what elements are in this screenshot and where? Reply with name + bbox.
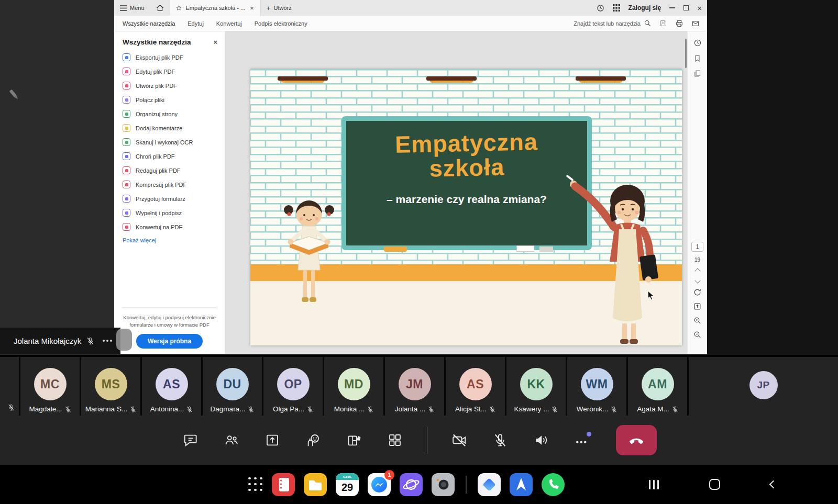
print-icon[interactable] — [675, 19, 683, 28]
participant-tile[interactable]: MC Magdale... — [20, 357, 80, 416]
participant-tile[interactable]: WM Weronik... — [567, 357, 626, 416]
camera-off-button[interactable] — [450, 431, 468, 449]
minimize-button[interactable] — [669, 7, 675, 8]
mic-off-icon — [492, 432, 508, 448]
tools-panel-close-button[interactable]: × — [213, 38, 217, 46]
tool-item[interactable]: Organizuj strony — [123, 110, 225, 118]
zoom-in-icon[interactable] — [693, 316, 702, 325]
navigation-app-icon[interactable] — [510, 473, 533, 496]
reactions-button[interactable] — [304, 431, 322, 449]
close-button[interactable]: × — [697, 4, 702, 12]
camera-app-icon[interactable] — [432, 473, 455, 496]
tool-item[interactable]: Dodaj komentarze — [123, 124, 225, 132]
participant-tile[interactable]: MS Marianna S... — [81, 357, 140, 416]
chat-button[interactable] — [182, 431, 200, 449]
mic-off-icon — [671, 406, 679, 413]
document-scrollbar[interactable] — [685, 39, 687, 68]
participant-initials: DU — [223, 377, 241, 391]
tab-esign[interactable]: Podpis elektroniczny — [255, 17, 307, 30]
active-speaker-name: Jolanta Mikołajczyk — [14, 337, 81, 345]
tool-item[interactable]: Skanuj i wykonaj OCR — [123, 138, 225, 146]
tool-item[interactable]: Wypełnij i podpisz — [123, 209, 225, 217]
refresh-icon[interactable] — [693, 288, 702, 297]
tool-icon — [123, 195, 130, 203]
menu-button[interactable]: Menu — [114, 0, 150, 16]
home-tab[interactable] — [150, 0, 170, 16]
gallery-view-button[interactable] — [386, 431, 404, 449]
find-tools-button[interactable]: Znajdź tekst lub narzędzia — [574, 19, 652, 27]
participant-tile[interactable]: JM Jolanta ... — [385, 357, 444, 416]
share-screen-button[interactable] — [263, 431, 281, 449]
previous-page-button[interactable] — [694, 268, 700, 274]
participant-initials: KK — [527, 377, 545, 391]
thumbnails-panel-icon[interactable] — [693, 70, 701, 77]
participant-tile[interactable]: DU Dagmara... — [203, 357, 262, 416]
tool-item[interactable]: Edytuj plik PDF — [123, 68, 225, 75]
participant-tile[interactable]: AM Agata M... — [628, 357, 687, 416]
tool-item[interactable]: Kompresuj plik PDF — [123, 181, 225, 188]
maximize-button[interactable] — [683, 5, 689, 10]
annotation-pencil-icon[interactable] — [7, 88, 21, 102]
tool-label: Skanuj i wykonaj OCR — [136, 139, 193, 145]
tool-item[interactable]: Redaguj plik PDF — [123, 166, 225, 174]
back-button[interactable] — [769, 480, 778, 489]
speaker-button[interactable] — [532, 431, 550, 449]
tab-edit[interactable]: Edytuj — [188, 17, 204, 30]
history-icon[interactable] — [597, 4, 604, 12]
drag-handle[interactable] — [116, 329, 132, 351]
export-page-icon[interactable] — [693, 302, 702, 311]
messenger-app-icon[interactable]: 1 — [368, 473, 391, 496]
sign-in-button[interactable]: Zaloguj się — [629, 4, 661, 12]
participant-tile[interactable]: KK Ksawery ... — [506, 357, 566, 416]
breakout-rooms-button[interactable] — [345, 431, 363, 449]
notes-app-icon[interactable] — [272, 473, 295, 496]
participant-tile[interactable]: MD Monika ... — [324, 357, 383, 416]
apps-grid-icon[interactable] — [613, 4, 620, 12]
mic-off-button[interactable] — [491, 431, 509, 449]
find-label: Znajdź tekst lub narzędzia — [574, 20, 641, 27]
browser-app-icon[interactable] — [400, 473, 423, 496]
recent-panel-icon[interactable] — [693, 39, 702, 47]
tab-close-button[interactable]: × — [249, 4, 255, 12]
participant-tile-partial[interactable] — [0, 357, 19, 416]
people-button[interactable] — [223, 431, 240, 449]
tool-item[interactable]: Połącz pliki — [123, 96, 225, 104]
document-tab[interactable]: Empatyczna szkoła - ... × — [170, 0, 261, 16]
save-icon[interactable] — [659, 19, 667, 27]
files-app-icon[interactable] — [304, 473, 327, 496]
raise-hand-icon — [305, 432, 321, 448]
home-button[interactable] — [709, 479, 720, 490]
tool-item[interactable]: Przygotuj formularz — [123, 195, 225, 203]
show-more-link[interactable]: Pokaż więcej — [123, 237, 156, 243]
new-tab-button[interactable]: + Utwórz — [261, 0, 297, 16]
speaker-more-options-button[interactable] — [103, 340, 112, 342]
tool-item[interactable]: Konwertuj na PDF — [123, 223, 225, 231]
calendar-app-icon[interactable]: czw. 29 — [336, 473, 359, 496]
tool-item[interactable]: Utwórz plik PDF — [123, 82, 225, 89]
tool-item[interactable]: Eksportuj plik PDF — [123, 53, 225, 61]
mic-off-icon — [306, 406, 314, 413]
recents-button[interactable] — [649, 480, 659, 489]
participant-tile[interactable]: OP Olga Pa... — [263, 357, 323, 416]
whatsapp-app-icon[interactable] — [542, 473, 565, 496]
trial-version-button[interactable]: Wersja próbna — [136, 334, 203, 349]
hang-up-button[interactable] — [616, 425, 657, 455]
avatar: MD — [338, 368, 370, 400]
document-area[interactable]: Empatyczna szkoła – marzenie czy realna … — [225, 31, 687, 354]
tab-convert[interactable]: Konwertuj — [216, 17, 242, 30]
bookmarks-panel-icon[interactable] — [693, 54, 701, 62]
participant-tile[interactable]: JP — [689, 357, 838, 416]
controls-divider — [427, 427, 427, 454]
more-options-button[interactable] — [573, 431, 591, 449]
participant-tile[interactable]: AS Alicja St... — [446, 357, 505, 416]
participant-tile[interactable]: AS Antonina... — [142, 357, 201, 416]
tool-item[interactable]: Chroń plik PDF — [123, 152, 225, 160]
mic-off-icon — [367, 406, 374, 413]
app-drawer-button[interactable] — [248, 477, 263, 492]
zoom-out-icon[interactable] — [693, 330, 702, 339]
page-number-input[interactable]: 1 — [691, 242, 703, 252]
email-icon[interactable] — [691, 19, 700, 28]
tab-all-tools[interactable]: Wszystkie narzędzia — [123, 17, 175, 30]
next-page-button[interactable] — [694, 277, 700, 283]
dex-app-icon[interactable] — [478, 473, 501, 496]
